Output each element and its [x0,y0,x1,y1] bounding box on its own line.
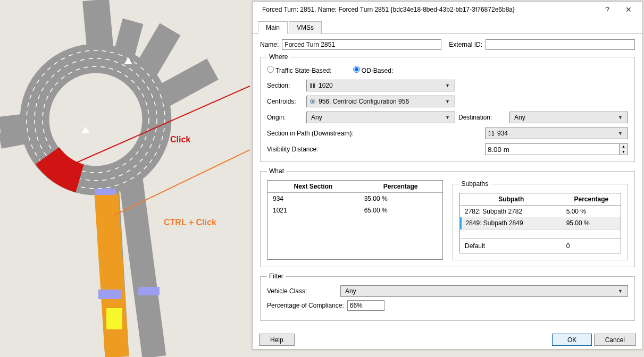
tabs: Main VMSs [253,20,642,34]
help-button[interactable]: Help [259,334,295,346]
chevron-down-icon: ▼ [445,99,453,104]
centroid-icon [309,99,316,104]
next-section-table[interactable]: Next Section Percentage 934 35.00 % 1021… [267,180,443,260]
external-id-field[interactable] [486,39,635,50]
name-field[interactable] [282,39,441,50]
filter-fieldset: Filter Vehicle Class: Any ▼ Percentage o… [260,273,635,321]
chevron-down-icon: ▼ [618,115,625,120]
annotation-ctrl-click: CTRL + Click [164,218,216,227]
destination-label: Destination: [458,114,506,121]
where-fieldset: Where Traffic State-Based: OD-Based: Sec… [260,53,635,162]
vehicle-class-combo[interactable]: Any ▼ [340,285,628,297]
svg-rect-5 [106,308,122,329]
filter-legend: Filter [267,273,286,280]
centroids-label: Centroids: [267,98,303,105]
table-row[interactable]: 2782: Subpath 2782 5.00 % [461,206,621,218]
tab-vmss[interactable]: VMSs [289,21,322,34]
origin-label: Origin: [267,114,303,121]
dialog-buttons: Help OK Cancel [253,330,642,349]
centroids-combo[interactable]: 956: Centroid Configuration 956 ▼ [306,96,455,107]
titlebar: Forced Turn: 2851, Name: Forced Turn 285… [253,2,642,18]
table-row[interactable]: 934 35.00 % [267,193,442,205]
visibility-spinner[interactable] [485,143,620,155]
table-row[interactable]: 2849: Subpath 2849 95.00 % [461,217,621,230]
section-combo[interactable]: ⫿⫿ 1020 ▼ [306,80,455,91]
section-label: Section: [267,82,303,89]
tab-main[interactable]: Main [258,21,288,34]
spinner-buttons[interactable]: ▲▼ [620,143,628,155]
compliance-field[interactable] [347,300,384,311]
radio-traffic-state[interactable]: Traffic State-Based: [267,66,332,74]
default-row[interactable]: Default 0 [461,239,621,253]
svg-rect-7 [95,189,116,195]
chevron-down-icon: ▼ [618,288,625,294]
what-fieldset: What Next Section Percentage 934 35.00 % [260,167,635,267]
dialog-title: Forced Turn: 2851, Name: Forced Turn 285… [262,6,597,13]
cancel-button[interactable]: Cancel [594,334,636,346]
map-canvas [0,0,250,357]
destination-combo[interactable]: Any ▼ [509,112,628,123]
chevron-down-icon: ▼ [445,83,453,88]
chevron-down-icon: ▼ [618,131,625,136]
name-label: Name: [260,41,279,48]
where-legend: Where [267,53,290,61]
help-icon[interactable]: ? [597,5,618,14]
svg-rect-6 [138,287,160,295]
compliance-label: Percentage of Compliance: [267,302,344,309]
subpaths-fieldset: Subpaths Subpath Percentage 2782: Subpat… [453,180,629,260]
downstream-combo[interactable]: ⫿⫿ 934 ▼ [485,128,628,139]
subpaths-table[interactable]: Subpath Percentage 2782: Subpath 2782 5.… [460,193,621,253]
external-id-label: External ID: [449,41,482,48]
visibility-label: Visibility Distance: [267,146,455,153]
chevron-down-icon: ▼ [445,115,453,120]
ok-button[interactable]: OK [552,334,592,346]
vehicle-class-label: Vehicle Class: [267,287,337,295]
origin-combo[interactable]: Any ▼ [306,112,455,123]
main-pane: Name: External ID: Where Traffic State-B… [253,34,642,330]
downstream-label: Section in Path (Downstream): [267,130,455,137]
forced-turn-dialog: Forced Turn: 2851, Name: Forced Turn 285… [252,1,643,350]
road-icon: ⫿⫿ [488,130,495,137]
what-legend: What [267,167,286,175]
radio-od-based[interactable]: OD-Based: [353,66,394,74]
table-row[interactable]: 1021 65.00 % [267,205,442,216]
annotation-click: Click [170,135,190,144]
close-icon[interactable]: ✕ [618,5,639,14]
road-icon: ⫿⫿ [309,82,316,89]
svg-rect-4 [98,290,121,299]
